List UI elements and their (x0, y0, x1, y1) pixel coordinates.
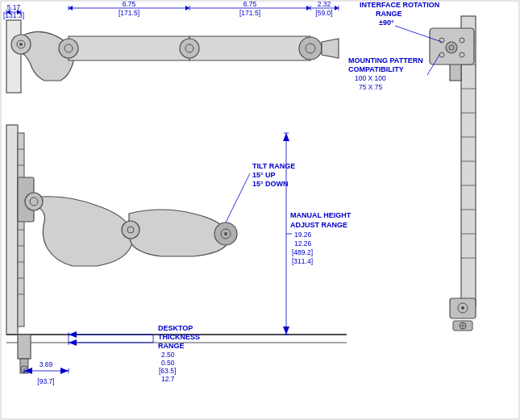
right-detail-view: INTERFACE ROTATION RANGE ±90° MOUNTING P… (348, 1, 476, 331)
svg-point-45 (224, 232, 227, 235)
svg-point-39 (25, 193, 43, 210)
mount-size1: 100 X 100 (355, 74, 386, 82)
desktop-label1: DESKTOP (158, 324, 193, 332)
dim-d1-mm: [131.3] (3, 11, 24, 19)
diagram-container: 5.17 [131.3] 6.75 [171.5] 6.75 [171.5] 2… (0, 0, 520, 420)
svg-point-41 (122, 221, 139, 239)
svg-point-8 (299, 37, 322, 60)
svg-rect-0 (6, 20, 21, 93)
interface-rotation-label1: INTERFACE ROTATION (360, 1, 439, 9)
dim-d1: 5.17 (7, 3, 21, 11)
dim-d4-mm: [59.0] (315, 9, 332, 17)
desktop-mm2: 12.7 (161, 375, 175, 383)
manual-height-label: MANUAL HEIGHT (290, 211, 352, 219)
adjust-val2: 12.26 (294, 239, 312, 247)
desktop-mm1: [63.5] (159, 367, 176, 375)
svg-point-4 (59, 39, 78, 58)
svg-marker-62 (69, 331, 77, 338)
mounting-compat-label: COMPATIBILITY (348, 65, 404, 73)
svg-point-3 (19, 43, 23, 46)
adjust-mm2: [311.4] (292, 257, 313, 265)
adjust-range-label: ADJUST RANGE (290, 221, 347, 229)
interface-rotation-val: ±90° (379, 19, 394, 27)
svg-marker-19 (185, 6, 189, 10)
side-view-drawing: TILT RANGE 15° UP 15° DOWN MANUAL HEIGHT… (6, 125, 352, 385)
svg-marker-25 (335, 6, 339, 10)
offset-val: 3.69 (40, 360, 53, 368)
desktop-val2: 0.50 (161, 359, 175, 367)
mounting-pattern-label: MOUNTING PATTERN (348, 56, 423, 64)
mount-size2: 75 X 75 (359, 83, 383, 91)
svg-marker-22 (306, 6, 310, 10)
svg-marker-18 (69, 6, 73, 10)
tilt-label: TILT RANGE (252, 162, 295, 170)
offset-mm: [93.7] (37, 377, 54, 385)
svg-rect-26 (6, 125, 18, 335)
svg-point-90 (461, 306, 464, 310)
top-view-drawing: 5.17 [131.3] 6.75 [171.5] 6.75 [171.5] 2… (3, 0, 339, 93)
adjust-mm1: [489.2] (292, 248, 313, 256)
svg-marker-55 (283, 133, 289, 141)
desktop-label2: THICKNESS (158, 333, 200, 341)
svg-rect-49 (18, 335, 31, 359)
svg-line-46 (226, 173, 250, 222)
dim-d3-mm: [171.5] (239, 9, 260, 17)
svg-marker-56 (283, 326, 289, 335)
interface-rotation-label2: RANGE (376, 10, 402, 18)
svg-point-6 (180, 39, 199, 58)
svg-marker-68 (60, 368, 69, 374)
tilt-up-label: 15° UP (252, 171, 276, 179)
desktop-range-label: RANGE (158, 342, 185, 350)
tilt-down-label: 15° DOWN (252, 180, 289, 188)
adjust-val1: 19.26 (294, 231, 312, 239)
desktop-val1: 2.50 (161, 351, 175, 359)
dim-d2-mm: [171.5] (119, 9, 139, 17)
svg-point-86 (446, 42, 457, 53)
svg-marker-63 (69, 339, 77, 346)
